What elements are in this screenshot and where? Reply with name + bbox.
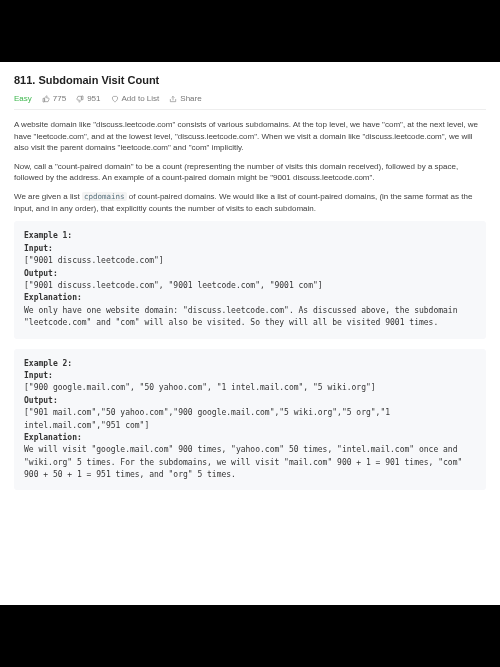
p3-pre: We are given a list <box>14 192 82 201</box>
add-to-list-label: Add to List <box>122 94 160 103</box>
code-cpdomains: cpdomains <box>82 192 127 201</box>
example-1-output: ["9001 discuss.leetcode.com", "9001 leet… <box>24 281 323 290</box>
dislike-count: 951 <box>87 94 100 103</box>
thumbs-up-icon <box>42 95 50 103</box>
example-1: Example 1: Input: ["9001 discuss.leetcod… <box>14 221 486 338</box>
description-paragraph-3: We are given a list cpdomains of count-p… <box>14 191 486 214</box>
divider <box>14 109 486 110</box>
letterbox-top <box>0 0 500 62</box>
example-2-input: ["900 google.mail.com", "50 yahoo.com", … <box>24 383 376 392</box>
like-count: 775 <box>53 94 66 103</box>
example-2-output-label: Output: <box>24 396 58 405</box>
difficulty-badge: Easy <box>14 94 32 103</box>
example-1-input: ["9001 discuss.leetcode.com"] <box>24 256 164 265</box>
share-label: Share <box>180 94 201 103</box>
share-button[interactable]: Share <box>169 94 201 103</box>
example-1-explanation-label: Explanation: <box>24 293 82 302</box>
thumbs-down-icon <box>76 95 84 103</box>
meta-row: Easy 775 951 Add to List Share <box>14 94 486 103</box>
description-paragraph-1: A website domain like "discuss.leetcode.… <box>14 119 486 154</box>
example-1-heading: Example 1: <box>24 231 72 240</box>
example-2-explanation: We will visit "google.mail.com" 900 time… <box>24 445 467 479</box>
dislike-button[interactable]: 951 <box>76 94 100 103</box>
share-icon <box>169 95 177 103</box>
example-2-heading: Example 2: <box>24 359 72 368</box>
example-2-explanation-label: Explanation: <box>24 433 82 442</box>
like-button[interactable]: 775 <box>42 94 66 103</box>
example-1-input-label: Input: <box>24 244 53 253</box>
problem-page: 811. Subdomain Visit Count Easy 775 951 … <box>0 62 500 605</box>
example-2-input-label: Input: <box>24 371 53 380</box>
example-2-output: ["901 mail.com","50 yahoo.com","900 goog… <box>24 408 395 429</box>
problem-title: 811. Subdomain Visit Count <box>14 74 486 86</box>
example-1-output-label: Output: <box>24 269 58 278</box>
letterbox-bottom <box>0 605 500 667</box>
add-to-list-button[interactable]: Add to List <box>111 94 160 103</box>
description-paragraph-2: Now, call a "count-paired domain" to be … <box>14 161 486 184</box>
heart-icon <box>111 95 119 103</box>
example-2: Example 2: Input: ["900 google.mail.com"… <box>14 349 486 491</box>
example-1-explanation: We only have one website domain: "discus… <box>24 306 462 327</box>
